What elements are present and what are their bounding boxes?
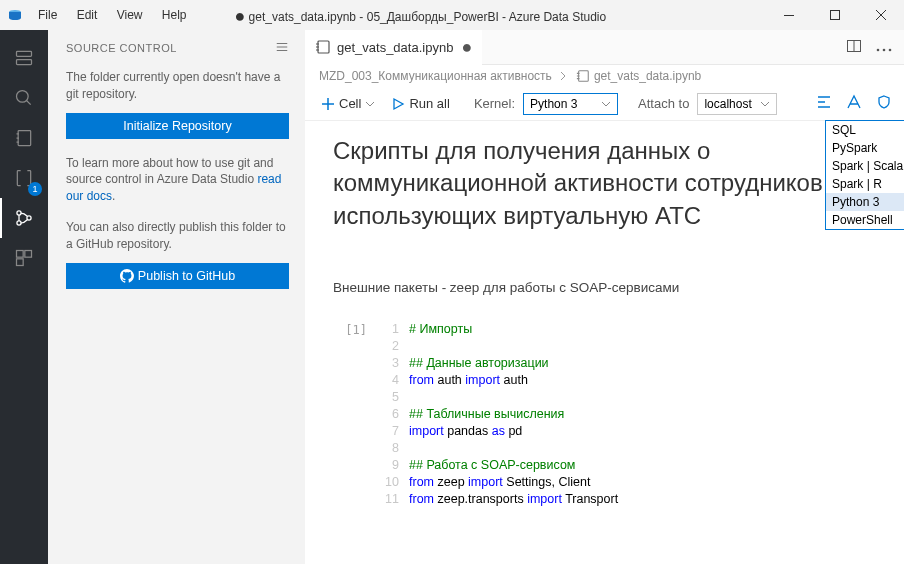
add-cell-button[interactable]: Cell	[317, 94, 379, 113]
menu-help[interactable]: Help	[154, 4, 195, 26]
notebook-title: Скрипты для получения данных о коммуника…	[333, 135, 876, 232]
code-content[interactable]: # Импорты ## Данные авторизации from aut…	[409, 321, 618, 508]
editor-tab[interactable]: get_vats_data.ipynb ●	[305, 30, 482, 65]
attach-select[interactable]: localhost	[697, 93, 777, 115]
line-gutter: 1234567891011	[383, 321, 409, 508]
kernel-option-python3[interactable]: Python 3	[826, 193, 904, 211]
breadcrumb[interactable]: MZD_003_Коммуникационная активность get_…	[305, 65, 904, 87]
play-icon	[391, 97, 405, 111]
chevron-down-icon	[601, 99, 611, 109]
notebook-paragraph: Внешние пакеты - zeep для работы с SOAP-…	[333, 280, 876, 295]
chevron-down-icon	[365, 99, 375, 109]
activity-notebooks[interactable]	[0, 118, 48, 158]
kernel-select[interactable]: Python 3	[523, 93, 618, 115]
kernel-option-spark-scala[interactable]: Spark | Scala	[826, 157, 904, 175]
minimize-button[interactable]	[766, 0, 812, 30]
svg-rect-14	[17, 259, 24, 266]
publish-text: You can also directly publish this folde…	[66, 219, 289, 253]
svg-point-2	[9, 16, 21, 20]
svg-point-7	[17, 91, 29, 103]
svg-rect-4	[831, 11, 840, 20]
trust-icon[interactable]	[876, 94, 892, 113]
svg-rect-3	[784, 15, 794, 16]
menu-view[interactable]: View	[109, 4, 151, 26]
kernel-label: Kernel:	[474, 96, 515, 111]
dirty-indicator: ●	[461, 37, 472, 58]
publish-github-button[interactable]: Publish to GitHub	[66, 263, 289, 289]
svg-point-9	[17, 211, 21, 215]
activity-search[interactable]	[0, 78, 48, 118]
plus-icon	[321, 97, 335, 111]
svg-rect-13	[25, 251, 32, 258]
explorer-badge: 1	[28, 182, 42, 196]
svg-point-10	[17, 221, 21, 225]
kernel-option-powershell[interactable]: PowerShell	[826, 211, 904, 229]
menu-file[interactable]: File	[30, 4, 65, 26]
panel-more-icon[interactable]	[275, 40, 289, 56]
collapse-icon[interactable]	[816, 94, 832, 113]
github-icon	[120, 269, 134, 283]
svg-point-18	[883, 48, 886, 51]
svg-point-11	[27, 216, 31, 220]
menu-edit[interactable]: Edit	[69, 4, 106, 26]
no-repo-text: The folder currently open doesn't have a…	[66, 69, 289, 103]
panel-title: SOURCE CONTROL	[66, 42, 177, 54]
clear-icon[interactable]	[846, 94, 862, 113]
code-cell[interactable]: [1] 1234567891011 # Импорты ## Данные ав…	[333, 321, 876, 508]
split-editor-icon[interactable]	[846, 38, 862, 57]
svg-rect-6	[17, 60, 32, 65]
svg-point-17	[877, 48, 880, 51]
app-logo	[6, 6, 24, 24]
learn-more-text: To learn more about how to use git and s…	[66, 155, 289, 205]
svg-rect-15	[318, 41, 329, 53]
svg-rect-12	[17, 251, 24, 258]
activity-explorer[interactable]: 1	[0, 158, 48, 198]
activity-extensions[interactable]	[0, 238, 48, 278]
svg-rect-20	[579, 71, 589, 82]
activity-servers[interactable]	[0, 38, 48, 78]
svg-rect-8	[18, 131, 31, 146]
cell-prompt: [1]	[333, 321, 383, 508]
more-actions-icon[interactable]	[876, 40, 892, 55]
kernel-dropdown[interactable]: SQL PySpark Spark | Scala Spark | R Pyth…	[825, 120, 904, 230]
notebook-icon	[576, 69, 590, 83]
chevron-right-icon	[558, 71, 568, 81]
run-all-button[interactable]: Run all	[387, 94, 453, 113]
svg-rect-5	[17, 51, 32, 56]
svg-point-19	[889, 48, 892, 51]
window-title: ● get_vats_data.ipynb - 05_Дашборды_Powe…	[195, 5, 766, 26]
kernel-option-pyspark[interactable]: PySpark	[826, 139, 904, 157]
maximize-button[interactable]	[812, 0, 858, 30]
init-repo-button[interactable]: Initialize Repository	[66, 113, 289, 139]
chevron-down-icon	[760, 99, 770, 109]
notebook-icon	[315, 39, 331, 55]
kernel-option-sql[interactable]: SQL	[826, 121, 904, 139]
attach-label: Attach to	[638, 96, 689, 111]
kernel-option-spark-r[interactable]: Spark | R	[826, 175, 904, 193]
close-button[interactable]	[858, 0, 904, 30]
activity-source-control[interactable]	[0, 198, 48, 238]
